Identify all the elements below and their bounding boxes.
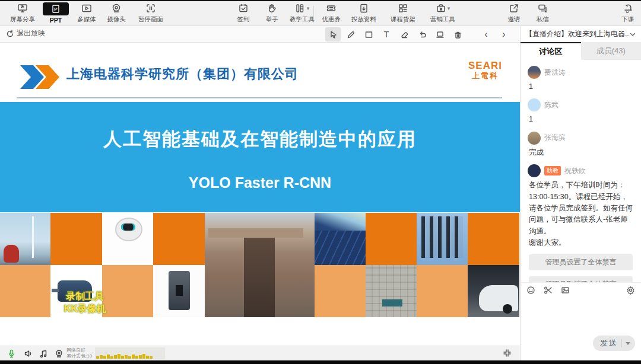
slide-sub-toolbar: 退出放映 T ‹ › — [0, 26, 520, 43]
speaker-button[interactable] — [21, 348, 34, 359]
photo-mosaic — [0, 213, 520, 317]
electric-car-photo — [468, 265, 519, 317]
avatar — [528, 98, 541, 111]
marketing-tools-button[interactable]: ▾ 营销工具 — [424, 2, 462, 25]
send-row: 发送 — [521, 334, 641, 356]
end-class-button[interactable]: 下课 — [611, 2, 641, 25]
send-button[interactable]: 发送 — [593, 336, 635, 351]
audio-waveform — [95, 347, 165, 359]
chat-input[interactable] — [521, 298, 641, 334]
orange-tile — [366, 213, 417, 265]
avatar — [528, 66, 541, 79]
exit-slideshow-button[interactable]: 退出放映 — [6, 28, 45, 39]
screen-share-button[interactable]: 屏幕分享 — [6, 2, 39, 25]
svg-text:P: P — [54, 7, 58, 12]
marketing-tools-icon: ▾ — [433, 2, 453, 14]
live-classroom-window: 屏幕分享 P PPT 多媒体 摄像头 暂停画面 签到 举手 ▾ 教学工具 — [0, 0, 641, 364]
undo-icon — [418, 30, 427, 39]
collapse-toolbar-button[interactable] — [503, 349, 512, 360]
live-room-title: 【直播介绍】欢迎来到上海电器... — [525, 29, 629, 39]
next-page-button[interactable]: › — [496, 27, 512, 41]
trash-icon — [453, 30, 462, 39]
network-status: 网络良好 累计丢包:10 — [66, 347, 92, 359]
next-page-icon: › — [502, 29, 505, 40]
course-shelf-button[interactable]: 课程货架 — [385, 2, 421, 25]
text-tool-icon: T — [384, 30, 389, 39]
avatar — [528, 132, 541, 145]
institute-building-photo — [205, 213, 315, 317]
top-toolbar: 屏幕分享 P PPT 多媒体 摄像头 暂停画面 签到 举手 ▾ 教学工具 — [0, 1, 641, 26]
live-room-header[interactable]: 【直播介绍】欢迎来到上海电器... — [521, 26, 641, 42]
materials-button[interactable]: 投放资料 — [345, 2, 382, 25]
collapse-icon — [503, 349, 512, 357]
tab-discussion[interactable]: 讨论区 — [521, 42, 581, 60]
orange-tile — [50, 213, 102, 265]
prev-page-icon: ‹ — [484, 29, 487, 40]
speaker-icon — [24, 349, 33, 358]
webcam-icon — [55, 349, 64, 358]
rectangle-tool-button[interactable] — [361, 27, 376, 41]
send-options-caret-icon[interactable] — [626, 342, 630, 345]
avatar — [528, 164, 541, 177]
undo-tool-button[interactable] — [414, 27, 430, 41]
private-message-icon — [532, 2, 553, 14]
pen-tool-button[interactable] — [343, 27, 358, 41]
microphone-button[interactable] — [5, 348, 18, 359]
sign-in-icon — [233, 2, 253, 14]
microphone-icon — [7, 349, 16, 358]
eraser-tool-button[interactable] — [396, 27, 412, 41]
toolbar-label: 私信 — [537, 15, 549, 24]
toolbar-label: 签到 — [237, 15, 250, 24]
webcam-button[interactable] — [52, 348, 65, 359]
coupon-icon — [321, 2, 341, 14]
emoji-icon[interactable] — [526, 286, 535, 295]
orange-tile — [102, 265, 153, 317]
toolbar-label: 优惠券 — [322, 15, 341, 24]
coupon-button[interactable]: 优惠券 — [315, 2, 348, 25]
message-text: 1 — [529, 114, 634, 125]
text-tool-button[interactable]: T — [379, 27, 394, 41]
image-icon[interactable] — [561, 286, 570, 295]
bottom-black-strip — [0, 360, 641, 364]
seari-logo-chinese: 上電科 — [468, 72, 502, 79]
presentation-slide: 上海电器科学研究所（集团）有限公司 SEARI 上電科 人工智能基础及在智能制造… — [0, 43, 520, 346]
prev-page-button[interactable]: ‹ — [478, 27, 494, 41]
orange-tile — [315, 265, 366, 317]
solar-panels-photo — [315, 213, 366, 265]
circuit-breaker-photo — [153, 265, 205, 317]
orange-tile — [153, 213, 205, 265]
toolbar-label: 摄像头 — [107, 15, 126, 24]
ppt-icon: P — [43, 2, 69, 15]
scissors-icon[interactable] — [544, 286, 553, 295]
status-bar: 网络良好 累计丢包:10 — [0, 346, 520, 360]
message-text: 1 — [529, 81, 634, 92]
board-tool-button[interactable] — [432, 27, 448, 41]
whiteboard-icon — [436, 30, 445, 39]
title-banner: 人工智能基础及在智能制造中的应用 YOLO Faster R-CNN — [0, 102, 520, 212]
wind-turbine-photo — [0, 213, 50, 265]
multimedia-button[interactable]: 多媒体 — [70, 2, 103, 25]
select-tool-button[interactable] — [325, 27, 341, 41]
toolbar-label: 暂停画面 — [138, 15, 163, 24]
exit-slideshow-icon — [6, 30, 14, 38]
delete-tool-button[interactable] — [450, 27, 465, 41]
settings-icon[interactable] — [626, 286, 635, 295]
sender-name: 祝轶欣 — [564, 166, 586, 176]
orange-tile — [0, 265, 50, 317]
message-list[interactable]: 费洪涛 1 陈武 1 张海滨 完成 助教祝轶欣 各位学员，下午培训时间为：13:… — [521, 60, 641, 282]
electric-motor-photo — [50, 265, 102, 317]
camera-button[interactable]: 摄像头 — [100, 2, 133, 25]
chevron-down-icon — [629, 31, 636, 38]
toolbar-label: 课程货架 — [391, 15, 415, 24]
cursor-icon — [329, 30, 338, 39]
send-divider — [621, 339, 622, 347]
music-button[interactable] — [37, 348, 50, 359]
pen-icon — [347, 30, 356, 39]
pause-screen-icon — [141, 2, 161, 14]
private-message-button[interactable]: 私信 — [526, 2, 559, 25]
composer-toolbar — [521, 282, 641, 298]
slide-subtitle: YOLO Faster R-CNN — [0, 174, 520, 191]
pause-screen-button[interactable]: 暂停画面 — [134, 2, 167, 25]
tab-members[interactable]: 成员(43) — [581, 42, 641, 60]
ppt-button[interactable]: P PPT — [39, 2, 72, 25]
